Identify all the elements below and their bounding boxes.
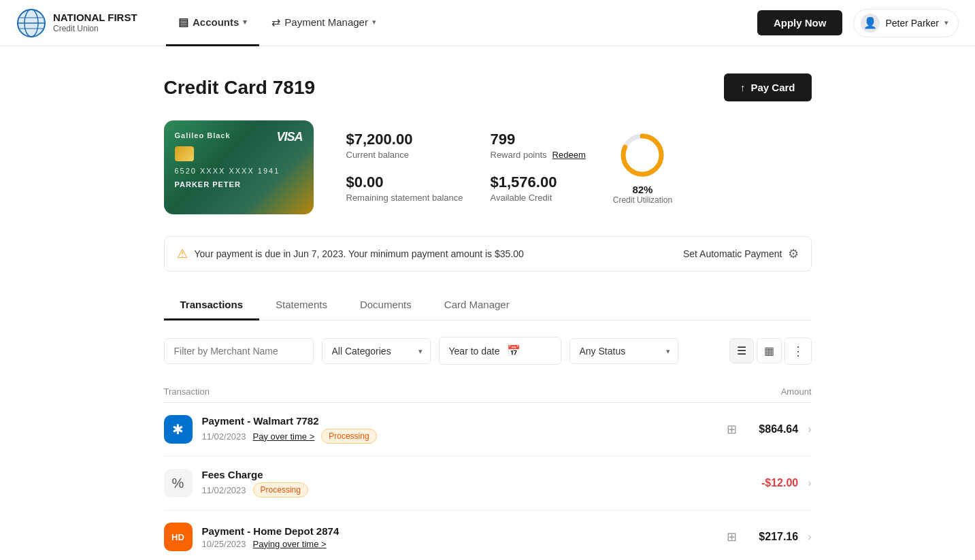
card-payment-icon: ⊞ — [727, 529, 737, 544]
tab-documents[interactable]: Documents — [344, 291, 428, 320]
merchant-filter-input[interactable] — [164, 338, 314, 364]
utilization-text: Credit Utilization — [613, 195, 672, 205]
tx-amount: -$12.00 — [744, 477, 798, 489]
payment-manager-icon: ⇄ — [271, 16, 280, 29]
row-chevron-icon[interactable]: › — [808, 423, 811, 435]
alert-left: ⚠ Your payment is due in Jun 7, 2023. Yo… — [177, 246, 524, 261]
utilization-donut — [618, 131, 667, 180]
tx-date: 11/02/2023 — [202, 431, 246, 442]
accounts-chevron-icon: ▾ — [243, 18, 247, 27]
auto-payment-label: Set Automatic Payment — [683, 248, 782, 259]
card-stats: $7,200.00 Current balance $0.00 Remainin… — [346, 131, 673, 205]
status-filter-select[interactable]: Any Status Posted Processing Pending — [569, 338, 678, 364]
card-number: 6520 XXXX XXXX 1941 — [175, 167, 303, 175]
header: NATIONAL FIRST Credit Union ▤ Accounts ▾… — [0, 0, 975, 46]
row-chevron-icon[interactable]: › — [808, 531, 811, 543]
card-section: Galileo Black VISA 6520 XXXX XXXX 1941 P… — [164, 120, 812, 214]
alert-warning-icon: ⚠ — [177, 246, 188, 261]
available-credit-stat: $1,576.00 Available Credit — [491, 174, 586, 203]
tx-amount-area: ⊞ $217.16 — [727, 529, 798, 544]
logo-text: NATIONAL FIRST Credit Union — [53, 12, 137, 33]
tx-date-row: 10/25/2023 Paying over time > — [202, 539, 718, 549]
available-credit-label: Available Credit — [491, 193, 586, 203]
utilization-label: 82% Credit Utilization — [613, 184, 672, 205]
card-payment-icon: ⊞ — [727, 422, 737, 437]
utilization-section: 82% Credit Utilization — [613, 131, 672, 205]
current-balance-value: $7,200.00 — [346, 131, 463, 148]
tx-date-row: 11/02/2023 Pay over time > Processing — [202, 429, 718, 444]
gear-icon: ⚙ — [788, 246, 799, 261]
row-chevron-icon[interactable]: › — [808, 477, 811, 489]
tx-name: Payment - Walmart 7782 — [202, 415, 718, 427]
user-chevron-icon: ▾ — [944, 18, 948, 27]
current-balance-stat: $7,200.00 Current balance — [346, 131, 463, 160]
accounts-icon: ▤ — [178, 16, 188, 29]
user-avatar-icon: 👤 — [861, 14, 880, 33]
main-content: Credit Card 7819 ↑ Pay Card Galileo Blac… — [148, 46, 828, 560]
status-badge: Processing — [321, 429, 376, 444]
visa-logo: VISA — [276, 130, 302, 144]
user-menu[interactable]: 👤 Peter Parker ▾ — [853, 9, 959, 37]
col-transaction-label: Transaction — [164, 386, 210, 397]
table-row[interactable]: HD Payment - Home Depot 2874 10/25/2023 … — [164, 510, 812, 560]
nav-accounts[interactable]: ▤ Accounts ▾ — [166, 0, 259, 46]
user-name-label: Peter Parker — [885, 18, 939, 29]
walmart-merchant-icon: ✱ — [164, 415, 193, 444]
category-filter-wrapper: All Categories Food & Dining Shopping Tr… — [322, 338, 431, 364]
tab-card-manager[interactable]: Card Manager — [428, 291, 526, 320]
date-filter[interactable]: Year to date 📅 — [439, 337, 561, 365]
table-row[interactable]: ✱ Payment - Walmart 7782 11/02/2023 Pay … — [164, 403, 812, 457]
pay-over-time-link[interactable]: Pay over time > — [253, 431, 315, 442]
list-view-button[interactable]: ☰ — [729, 338, 754, 363]
table-header: Transaction Amount — [164, 381, 812, 403]
logo-sub: Credit Union — [53, 24, 137, 33]
reward-points-label: Reward points — [491, 150, 547, 160]
nav-accounts-label: Accounts — [193, 16, 239, 28]
tx-date-row: 11/02/2023 Processing — [202, 482, 735, 497]
tx-amount-area: -$12.00 — [744, 477, 798, 489]
page-header: Credit Card 7819 ↑ Pay Card — [164, 73, 812, 101]
tx-info-walmart: Payment - Walmart 7782 11/02/2023 Pay ov… — [202, 415, 718, 444]
statement-balance-label: Remaining statement balance — [346, 193, 463, 203]
tabs: Transactions Statements Documents Card M… — [164, 291, 812, 320]
pay-card-up-icon: ↑ — [740, 82, 746, 93]
payment-alert: ⚠ Your payment is due in Jun 7, 2023. Yo… — [164, 236, 812, 271]
nav-payment-manager[interactable]: ⇄ Payment Manager ▾ — [259, 0, 389, 46]
logo-icon — [16, 8, 46, 38]
tab-transactions[interactable]: Transactions — [164, 291, 260, 320]
available-credit-value: $1,576.00 — [491, 174, 586, 191]
tx-name: Payment - Home Depot 2874 — [202, 525, 718, 537]
main-nav: ▤ Accounts ▾ ⇄ Payment Manager ▾ — [166, 0, 757, 46]
more-options-button[interactable]: ⋮ — [784, 337, 812, 365]
set-automatic-payment[interactable]: Set Automatic Payment ⚙ — [683, 246, 799, 261]
pay-card-button[interactable]: ↑ Pay Card — [724, 73, 812, 101]
status-filter-wrapper: Any Status Posted Processing Pending ▾ — [569, 338, 678, 364]
date-filter-label: Year to date — [449, 346, 500, 357]
reward-points-value: 799 — [491, 131, 586, 148]
fees-merchant-icon: % — [164, 469, 193, 497]
reward-row: Reward points Redeem — [491, 150, 586, 160]
table-row[interactable]: % Fees Charge 11/02/2023 Processing -$12… — [164, 457, 812, 510]
redeem-link[interactable]: Redeem — [552, 150, 586, 160]
statement-balance-value: $0.00 — [346, 174, 463, 191]
apply-now-button[interactable]: Apply Now — [757, 10, 843, 35]
current-balance-label: Current balance — [346, 150, 463, 160]
card-chip — [175, 146, 194, 161]
page-title: Credit Card 7819 — [164, 77, 316, 99]
logo-name: NATIONAL FIRST — [53, 12, 137, 24]
col-amount-label: Amount — [781, 386, 812, 397]
balance-stats: $7,200.00 Current balance $0.00 Remainin… — [346, 131, 463, 203]
tab-statements[interactable]: Statements — [259, 291, 344, 320]
tx-info-fees: Fees Charge 11/02/2023 Processing — [202, 469, 735, 497]
chart-view-button[interactable]: ▦ — [757, 338, 782, 363]
tx-date: 10/25/2023 — [202, 539, 246, 549]
credit-card-visual: Galileo Black VISA 6520 XXXX XXXX 1941 P… — [164, 120, 314, 214]
paying-over-time-link[interactable]: Paying over time > — [253, 539, 327, 549]
header-actions: Apply Now 👤 Peter Parker ▾ — [757, 9, 959, 37]
tx-amount: $864.64 — [744, 423, 798, 435]
tx-name: Fees Charge — [202, 469, 735, 480]
category-filter-select[interactable]: All Categories Food & Dining Shopping Tr… — [322, 338, 431, 364]
homedepot-merchant-icon: HD — [164, 523, 193, 551]
tx-amount: $217.16 — [744, 531, 798, 543]
alert-text: Your payment is due in Jun 7, 2023. Your… — [195, 248, 524, 259]
